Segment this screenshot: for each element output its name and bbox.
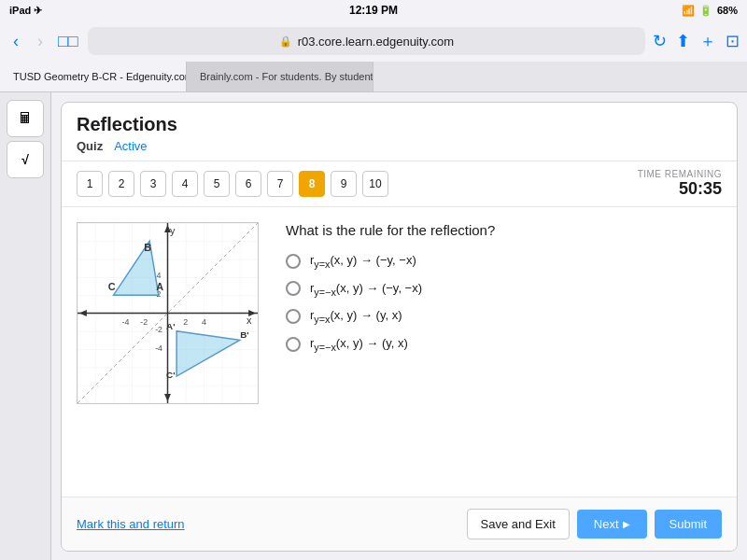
svg-text:C': C' xyxy=(166,370,175,380)
option-2-text: ry=−x(x, y) → (−y, −x) xyxy=(310,281,422,298)
timer-section: TIME REMAINING 50:35 xyxy=(638,169,722,199)
formula-icon: √ xyxy=(21,152,29,167)
svg-text:4: 4 xyxy=(202,317,206,327)
svg-text:B: B xyxy=(144,242,151,253)
q-num-9[interactable]: 9 xyxy=(331,171,357,197)
next-button[interactable]: Next xyxy=(577,510,647,539)
option-4-text: ry=−x(x, y) → (y, x) xyxy=(310,336,408,353)
share-button[interactable]: ⬆ xyxy=(676,31,690,51)
quiz-card: Reflections Quiz Active 1 2 3 4 5 6 7 8 … xyxy=(61,102,738,552)
tab-brainly[interactable]: Brainly.com - For students. By students. xyxy=(187,62,374,91)
q-num-6[interactable]: 6 xyxy=(235,171,261,197)
svg-text:4: 4 xyxy=(157,271,162,280)
q-num-8[interactable]: 8 xyxy=(299,171,325,197)
quiz-meta-value: Active xyxy=(114,139,147,153)
status-left: iPad ✈ xyxy=(9,5,42,17)
toolbar-buttons: ↻ ⬆ ＋ ⊡ xyxy=(653,30,740,52)
question-text: What is the rule for the reflection? xyxy=(286,222,722,238)
svg-text:-4: -4 xyxy=(155,343,162,353)
url-text: r03.core.learn.edgenuity.com xyxy=(298,35,454,49)
question-nav: 1 2 3 4 5 6 7 8 9 10 TIME REMAINING 50:3… xyxy=(62,161,737,207)
quiz-meta-label: Quiz xyxy=(77,139,103,153)
option-4[interactable]: ry=−x(x, y) → (y, x) xyxy=(286,336,722,353)
calculator-icon: 🖩 xyxy=(18,110,33,127)
calculator-button[interactable]: 🖩 xyxy=(7,100,44,137)
graph-container: y x -2 -4 2 4 2 4 -2 -4 xyxy=(77,222,263,482)
new-tab-button[interactable]: ＋ xyxy=(699,30,716,52)
nav-bar: ‹ › □□ 🔒 r03.core.learn.edgenuity.com ↻ … xyxy=(0,21,747,62)
tab-edgenuity[interactable]: TUSD Geometry B-CR - Edgenuity.com xyxy=(0,62,187,91)
q-num-5[interactable]: 5 xyxy=(204,171,230,197)
tab-edgenuity-label: TUSD Geometry B-CR - Edgenuity.com xyxy=(13,71,187,82)
option-1-text: ry=x(x, y) → (−y, −x) xyxy=(310,253,416,270)
status-right: 📶 🔋 68% xyxy=(682,5,738,17)
refresh-button[interactable]: ↻ xyxy=(653,31,667,51)
tab-brainly-label: Brainly.com - For students. By students. xyxy=(200,71,374,82)
svg-text:B': B' xyxy=(240,329,248,340)
browser-chrome: ‹ › □□ 🔒 r03.core.learn.edgenuity.com ↻ … xyxy=(0,21,747,92)
q-num-4[interactable]: 4 xyxy=(172,171,198,197)
option-3[interactable]: ry=x(x, y) → (y, x) xyxy=(286,308,722,325)
sidebar: 🖩 √ xyxy=(0,92,51,560)
content-area: 🖩 √ Reflections Quiz Active 1 2 3 4 5 xyxy=(0,92,747,560)
status-time: 12:19 PM xyxy=(349,4,398,17)
q-num-7[interactable]: 7 xyxy=(267,171,293,197)
timer-label: TIME REMAINING xyxy=(638,169,722,179)
tabs-bar: TUSD Geometry B-CR - Edgenuity.com Brain… xyxy=(0,62,747,91)
question-section: What is the rule for the reflection? ry=… xyxy=(286,222,722,482)
svg-text:x: x xyxy=(247,315,252,326)
save-exit-button[interactable]: Save and Exit xyxy=(467,509,570,539)
ipad-label: iPad ✈ xyxy=(9,5,42,17)
radio-4[interactable] xyxy=(286,337,301,352)
coordinate-graph: y x -2 -4 2 4 2 4 -2 -4 xyxy=(77,222,259,404)
forward-button[interactable]: › xyxy=(32,30,49,53)
main-panel: Reflections Quiz Active 1 2 3 4 5 6 7 8 … xyxy=(51,92,747,560)
quiz-footer: Mark this and return Save and Exit Next … xyxy=(62,497,737,551)
q-num-10[interactable]: 10 xyxy=(362,171,388,197)
submit-button[interactable]: Submit xyxy=(655,510,722,539)
radio-2[interactable] xyxy=(286,281,301,296)
svg-text:2: 2 xyxy=(183,317,188,327)
question-body: y x -2 -4 2 4 2 4 -2 -4 xyxy=(62,207,737,497)
formula-button[interactable]: √ xyxy=(7,141,44,178)
lock-icon: 🔒 xyxy=(279,35,292,48)
tabs-button[interactable]: ⊡ xyxy=(726,31,740,51)
svg-text:-4: -4 xyxy=(122,317,130,327)
quiz-title: Reflections xyxy=(77,114,722,135)
q-num-2[interactable]: 2 xyxy=(108,171,134,197)
address-bar[interactable]: 🔒 r03.core.learn.edgenuity.com xyxy=(88,27,645,55)
battery-percent: 68% xyxy=(717,5,738,16)
svg-text:A': A' xyxy=(166,321,175,331)
option-1[interactable]: ry=x(x, y) → (−y, −x) xyxy=(286,253,722,270)
quiz-meta: Quiz Active xyxy=(77,139,722,153)
option-2[interactable]: ry=−x(x, y) → (−y, −x) xyxy=(286,281,722,298)
option-3-text: ry=x(x, y) → (y, x) xyxy=(310,308,402,325)
quiz-header: Reflections Quiz Active xyxy=(62,103,737,161)
svg-text:-2: -2 xyxy=(140,317,148,327)
mark-return-link[interactable]: Mark this and return xyxy=(77,517,185,531)
status-bar: iPad ✈ 12:19 PM 📶 🔋 68% xyxy=(0,0,747,21)
reader-button[interactable]: □□ xyxy=(56,30,80,53)
svg-text:C: C xyxy=(108,281,116,292)
q-num-3[interactable]: 3 xyxy=(140,171,166,197)
radio-3[interactable] xyxy=(286,309,301,324)
svg-text:A: A xyxy=(156,281,163,292)
radio-1[interactable] xyxy=(286,254,301,269)
back-button[interactable]: ‹ xyxy=(7,30,24,53)
timer-value: 50:35 xyxy=(638,179,722,199)
signal-icon: 📶 xyxy=(682,5,695,17)
svg-text:-2: -2 xyxy=(155,325,162,334)
svg-text:y: y xyxy=(170,225,176,236)
footer-buttons: Save and Exit Next Submit xyxy=(467,509,722,539)
battery-icon: 🔋 xyxy=(699,5,712,17)
q-num-1[interactable]: 1 xyxy=(77,171,103,197)
